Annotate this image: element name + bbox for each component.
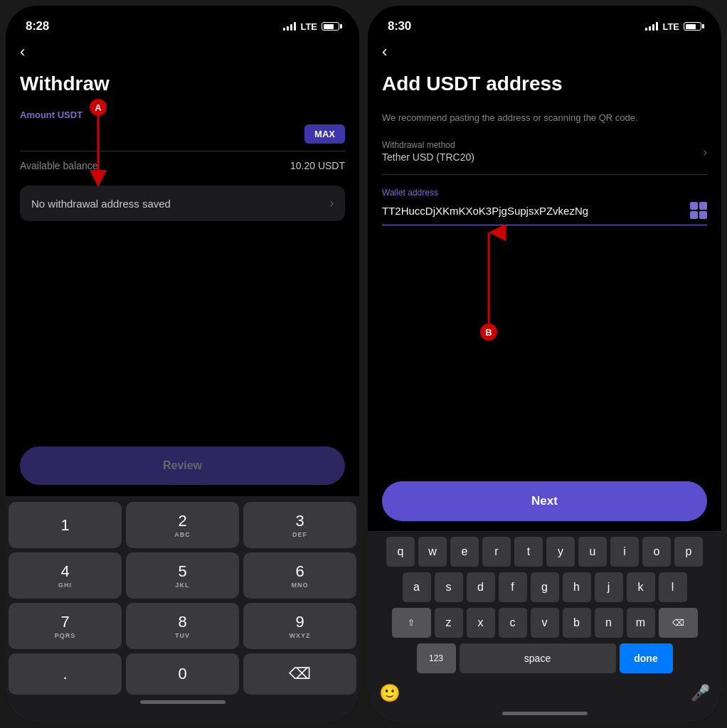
status-icons-1: LTE (283, 21, 339, 32)
key-g[interactable]: g (531, 572, 559, 602)
withdrawal-chevron-icon: › (704, 146, 707, 159)
key-v[interactable]: v (531, 608, 559, 638)
back-button-2[interactable]: ‹ (382, 37, 387, 67)
key-dot[interactable]: . (9, 653, 122, 695)
no-address-text: No withdrawal address saved (31, 198, 171, 210)
key-n[interactable]: n (595, 608, 623, 638)
withdraw-screen: 8:28 LTE ‹ Withdraw Amount USDT (6, 6, 359, 722)
chevron-icon: › (330, 197, 334, 210)
back-button-1[interactable]: ‹ (20, 37, 25, 67)
key-k[interactable]: k (627, 572, 655, 602)
numpad-row-3: 7PQRS 8TUV 9WXYZ (9, 603, 356, 649)
numpad-row-4: . 0 ⌫ (9, 653, 356, 695)
space-key[interactable]: space (460, 643, 616, 673)
qr-icon[interactable] (690, 202, 707, 219)
amount-label: Amount USDT (20, 109, 345, 120)
wallet-input-row (382, 202, 707, 225)
review-button[interactable]: Review (20, 446, 345, 485)
key-i[interactable]: i (610, 537, 639, 567)
key-0[interactable]: 0 (126, 653, 239, 695)
balance-label: Available balance (20, 160, 98, 171)
key-o[interactable]: o (642, 537, 671, 567)
status-icons-2: LTE (645, 21, 701, 32)
page-title-1: Withdraw (20, 73, 345, 95)
time-2: 8:30 (388, 19, 411, 33)
balance-row: Available balance 10.20 USDT (20, 160, 345, 171)
next-button[interactable]: Next (382, 481, 707, 521)
key-j[interactable]: j (595, 572, 623, 602)
key-5[interactable]: 5JKL (126, 552, 239, 599)
signal-icon-2 (645, 22, 658, 31)
kb-row-3: ⇧ z x c v b n m ⌫ (371, 608, 718, 638)
status-bar-2: 8:30 LTE (368, 6, 721, 37)
mic-icon[interactable]: 🎤 (691, 684, 710, 702)
battery-icon-1 (322, 22, 339, 31)
add-address-content: ‹ Add USDT address We recommend pasting … (368, 37, 721, 531)
key-backspace[interactable]: ⌫ (243, 653, 356, 695)
key-t[interactable]: t (514, 537, 543, 567)
withdrawal-method-label: Withdrawal method (382, 140, 474, 150)
kb-row-1: q w e r t y u i o p (371, 537, 718, 567)
key-2[interactable]: 2ABC (126, 502, 239, 548)
key-y[interactable]: y (546, 537, 575, 567)
amount-input[interactable] (20, 127, 304, 141)
withdrawal-method-value: Tether USD (TRC20) (382, 151, 474, 163)
battery-icon-2 (684, 22, 701, 31)
key-x[interactable]: x (467, 608, 495, 638)
signal-icon-1 (283, 22, 296, 31)
lte-label-1: LTE (300, 21, 317, 32)
key-a[interactable]: a (403, 572, 431, 602)
key-z[interactable]: z (435, 608, 463, 638)
key-h[interactable]: h (563, 572, 591, 602)
key-s[interactable]: s (435, 572, 463, 602)
max-button[interactable]: MAX (304, 124, 345, 144)
numbers-key[interactable]: 123 (417, 643, 456, 673)
key-b[interactable]: b (563, 608, 591, 638)
shift-key[interactable]: ⇧ (392, 608, 431, 638)
key-3[interactable]: 3DEF (243, 502, 356, 548)
page-title-2: Add USDT address (382, 73, 707, 95)
emoji-icon[interactable]: 🙂 (379, 683, 400, 703)
withdraw-content: ‹ Withdraw Amount USDT MAX Available bal… (6, 37, 359, 496)
lte-label-2: LTE (662, 21, 679, 32)
done-key[interactable]: done (620, 643, 673, 673)
amount-row: MAX (20, 124, 345, 151)
key-f[interactable]: f (499, 572, 527, 602)
numpad-row-2: 4GHI 5JKL 6MNO (9, 552, 356, 599)
wallet-address-section: Wallet address (382, 188, 707, 225)
kb-bottom-row: 🙂 🎤 (371, 679, 718, 706)
kb-row-4: 123 space done (371, 643, 718, 673)
home-indicator-2 (502, 712, 588, 715)
key-w[interactable]: w (418, 537, 447, 567)
page-subtitle: We recommend pasting the address or scan… (382, 112, 707, 123)
key-e[interactable]: e (450, 537, 479, 567)
backspace-key[interactable]: ⌫ (659, 608, 698, 638)
withdrawal-method-row[interactable]: Withdrawal method Tether USD (TRC20) › (382, 140, 707, 175)
key-m[interactable]: m (627, 608, 655, 638)
wallet-address-input[interactable] (382, 205, 690, 217)
keyboard: q w e r t y u i o p a s d f g h j k l (368, 531, 721, 722)
no-address-box[interactable]: No withdrawal address saved › (20, 186, 345, 221)
kb-row-2: a s d f g h j k l (371, 572, 718, 602)
wallet-address-label: Wallet address (382, 188, 707, 198)
status-bar-1: 8:28 LTE (6, 6, 359, 37)
key-p[interactable]: p (674, 537, 703, 567)
numpad: 1 2ABC 3DEF 4GHI 5JKL 6MNO 7PQRS 8TUV 9W… (6, 496, 359, 722)
add-address-screen: 8:30 LTE ‹ Add USDT address We recommend… (368, 6, 721, 722)
key-u[interactable]: u (578, 537, 607, 567)
numpad-row-1: 1 2ABC 3DEF (9, 502, 356, 548)
key-d[interactable]: d (467, 572, 495, 602)
time-1: 8:28 (26, 19, 49, 33)
key-c[interactable]: c (499, 608, 527, 638)
key-6[interactable]: 6MNO (243, 552, 356, 599)
key-9[interactable]: 9WXYZ (243, 603, 356, 649)
key-8[interactable]: 8TUV (126, 603, 239, 649)
key-4[interactable]: 4GHI (9, 552, 122, 599)
balance-value: 10.20 USDT (290, 160, 345, 171)
key-l[interactable]: l (659, 572, 687, 602)
key-r[interactable]: r (482, 537, 511, 567)
key-1[interactable]: 1 (9, 502, 122, 548)
key-q[interactable]: q (386, 537, 415, 567)
home-indicator-1 (140, 700, 225, 704)
key-7[interactable]: 7PQRS (9, 603, 122, 649)
